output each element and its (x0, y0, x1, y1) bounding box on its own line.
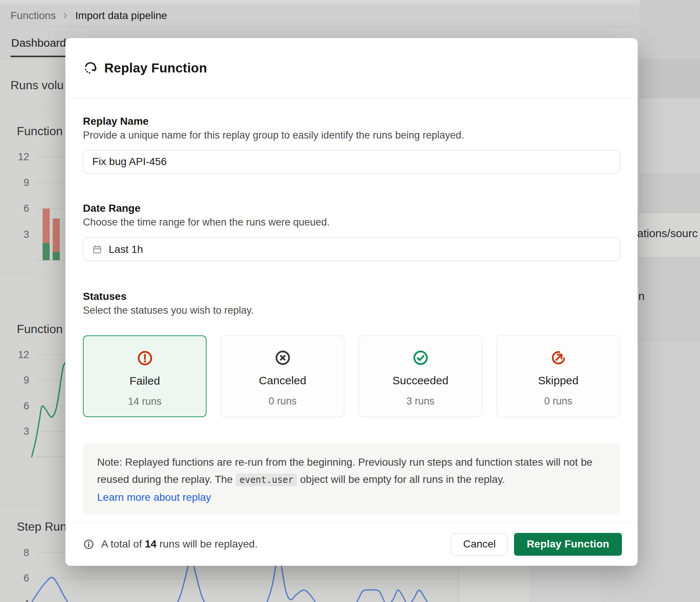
status-run-count: 0 runs (544, 395, 572, 407)
replay-name-label: Replay Name (83, 115, 620, 128)
statuses-section: Statuses Select the statuses you wish to… (83, 290, 620, 417)
modal-header: Replay Function (65, 38, 638, 98)
date-range-picker[interactable]: Last 1h (83, 238, 620, 261)
statuses-label: Statuses (83, 290, 620, 303)
screen: Functions Import data pipeline Dashboard… (0, 0, 700, 602)
status-label: Canceled (259, 374, 306, 387)
replay-icon (83, 60, 98, 75)
date-range-section: Date Range Choose the time range for whe… (83, 202, 620, 261)
modal-body: Replay Name Provide a unique name for th… (65, 115, 638, 514)
status-card-succeeded[interactable]: Succeeded 3 runs (359, 335, 482, 417)
replay-function-modal: Replay Function Replay Name Provide a un… (65, 38, 638, 566)
calendar-icon (92, 244, 103, 255)
date-range-description: Choose the time range for when the runs … (83, 215, 620, 229)
modal-footer: A total of 14 runs will be replayed. Can… (65, 522, 638, 566)
skip-arrow-icon (550, 349, 567, 366)
status-label: Failed (130, 374, 160, 388)
status-label: Succeeded (392, 374, 448, 387)
date-range-value: Last 1h (109, 243, 143, 255)
status-card-failed[interactable]: Failed 14 runs (83, 335, 207, 417)
learn-more-link[interactable]: Learn more about replay (97, 491, 211, 503)
status-run-count: 14 runs (128, 396, 161, 407)
modal-title: Replay Function (104, 60, 207, 75)
status-run-count: 3 runs (406, 395, 434, 407)
event-user-code-chip: event.user (236, 474, 297, 486)
statuses-description: Select the statuses you wish to replay. (83, 304, 620, 317)
cancel-button[interactable]: Cancel (451, 533, 508, 556)
replay-note: Note: Replayed functions are re-run from… (83, 443, 620, 514)
status-card-skipped[interactable]: Skipped 0 runs (496, 335, 620, 417)
note-text: object will be empty for all runs in the… (297, 474, 505, 485)
replay-name-section: Replay Name Provide a unique name for th… (83, 115, 620, 173)
x-circle-icon (274, 349, 291, 366)
date-range-label: Date Range (83, 202, 620, 215)
status-cards: Failed 14 runs Canceled 0 runs (83, 335, 620, 417)
check-circle-icon (412, 349, 429, 366)
status-label: Skipped (538, 374, 578, 387)
replay-name-description: Provide a unique name for this replay gr… (83, 128, 620, 142)
status-run-count: 0 runs (269, 395, 297, 407)
replay-summary: A total of 14 runs will be replayed. (101, 538, 258, 550)
replay-name-input[interactable] (83, 150, 620, 173)
replay-count: 14 (145, 538, 157, 550)
status-card-canceled[interactable]: Canceled 0 runs (221, 335, 344, 417)
alert-circle-icon (136, 350, 154, 367)
info-circle-icon (83, 539, 95, 550)
replay-function-button[interactable]: Replay Function (514, 533, 622, 556)
